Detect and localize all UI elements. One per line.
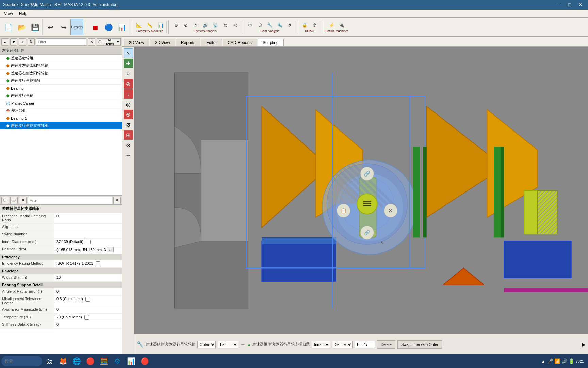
prop-value[interactable]: ISO/TR 14179-1:2001 bbox=[54, 260, 122, 267]
new-button[interactable]: 📄 bbox=[2, 19, 15, 35]
tree-item[interactable]: ◆ 差速器行星销 bbox=[0, 92, 122, 99]
maximize-button[interactable]: □ bbox=[565, 0, 574, 10]
cad-viewport[interactable]: 🔗 📋 ✕ 🔗 ↖ bbox=[134, 47, 588, 334]
taskbar-files-btn[interactable]: 🗂 bbox=[43, 355, 56, 368]
connections-btn[interactable]: ⊗ bbox=[124, 140, 133, 150]
rotate-tool-btn[interactable]: ⊕ bbox=[124, 79, 133, 89]
prop-value[interactable]: 0.5 (Calculated) bbox=[54, 296, 122, 306]
conn-part2-position-select[interactable]: Inner Outer bbox=[312, 341, 330, 348]
expand-arrow[interactable]: ▶ bbox=[582, 342, 585, 347]
circle-tool-btn[interactable]: ○ bbox=[124, 69, 133, 78]
em-btn2[interactable]: 🔌 bbox=[337, 21, 346, 29]
prop-value[interactable]: 0 bbox=[54, 321, 122, 328]
redo-button[interactable]: ↪ bbox=[57, 19, 70, 35]
tool3[interactable]: 📊 bbox=[115, 19, 128, 35]
tol-checkbox[interactable] bbox=[85, 297, 90, 302]
taskbar-explorer-btn[interactable]: 🦊 bbox=[56, 355, 69, 368]
prop-value[interactable] bbox=[54, 231, 122, 238]
tree-item-bearing[interactable]: ◆ Bearing bbox=[0, 85, 122, 92]
sys-btn1[interactable]: ⊕ bbox=[171, 21, 181, 29]
prop-value[interactable]: 70 (Calculated) bbox=[54, 314, 122, 321]
position-more-btn[interactable]: ... bbox=[107, 247, 114, 252]
taskbar-app3-btn[interactable]: 🔴 bbox=[138, 355, 151, 368]
cross-btn[interactable]: ⊕ bbox=[124, 110, 133, 119]
tree-filter-input[interactable] bbox=[36, 38, 86, 46]
tree-item-selected[interactable]: ◆ 差速器行星轮支撑轴承 bbox=[0, 122, 122, 129]
tab-editor[interactable]: Editor bbox=[201, 39, 222, 46]
minimize-button[interactable]: – bbox=[554, 0, 564, 10]
tool2[interactable]: 🔵 bbox=[102, 19, 115, 35]
panel-add-btn[interactable]: + bbox=[19, 38, 26, 46]
driva-btn2[interactable]: ⏱ bbox=[310, 21, 319, 29]
prop-value[interactable] bbox=[54, 224, 122, 231]
driva-btn1[interactable]: 🔒 bbox=[300, 21, 309, 29]
sys-btn6[interactable]: fx bbox=[220, 21, 230, 29]
tool-highlight[interactable]: ◼ bbox=[89, 19, 102, 35]
tab-reports[interactable]: Reports bbox=[176, 39, 200, 46]
temp-checkbox[interactable] bbox=[84, 315, 89, 320]
menu-help[interactable]: Help bbox=[16, 11, 30, 17]
arrow-tool-btn[interactable]: ↓ bbox=[124, 89, 133, 99]
transform-btn[interactable]: ↔ bbox=[124, 151, 133, 160]
taskbar-edge-btn[interactable]: 🌐 bbox=[70, 355, 83, 368]
sys-btn7[interactable]: ◎ bbox=[230, 21, 240, 29]
props-btn2[interactable]: ⊞ bbox=[10, 197, 18, 204]
taskbar-app1-btn[interactable]: 🔴 bbox=[84, 355, 97, 368]
conn-part1-side-select[interactable]: Left Right Centre bbox=[218, 341, 238, 348]
conn-part1-position-select[interactable]: Outer Inner bbox=[197, 341, 216, 348]
props-delete-btn[interactable]: ✕ bbox=[19, 197, 27, 204]
close-button[interactable]: ✕ bbox=[576, 0, 585, 10]
open-button[interactable]: 📂 bbox=[15, 19, 28, 35]
tree-item[interactable]: ⊗ 差速器孔 bbox=[0, 107, 122, 114]
tree-item[interactable]: ◆ 差速器行星轮轮辐 bbox=[0, 77, 122, 85]
tree-item[interactable]: ◆ 差速器右侧太阳轮轮辐 bbox=[0, 70, 122, 77]
prop-value[interactable]: (-165.013 mm, -54.189 mm, 3 ... bbox=[54, 246, 122, 254]
tree-item[interactable]: ◆ 差速器左侧太阳轮轮辐 bbox=[0, 62, 122, 70]
eff-checkbox[interactable] bbox=[96, 261, 100, 266]
gear-btn2[interactable]: ⬡ bbox=[255, 21, 265, 29]
menu-view[interactable]: View bbox=[1, 11, 16, 17]
props-filter-clear-btn[interactable]: ✕ bbox=[113, 197, 121, 204]
diameter-checkbox[interactable] bbox=[86, 240, 91, 244]
conn-part2-align-select[interactable]: Centre Left Right bbox=[332, 341, 353, 348]
prop-value[interactable]: 0 bbox=[54, 213, 122, 223]
taskbar-chevron-icon[interactable]: ▲ bbox=[541, 358, 546, 364]
gear-btn4[interactable]: 🔩 bbox=[275, 21, 284, 29]
gear-btn1[interactable]: ⚙ bbox=[245, 21, 255, 29]
select-tool-btn[interactable]: ↖ bbox=[124, 48, 133, 58]
panel-sort-btn[interactable]: ⇅ bbox=[28, 38, 35, 46]
sys-btn3[interactable]: ↻ bbox=[191, 21, 200, 29]
delete-connection-button[interactable]: Delete bbox=[377, 340, 395, 349]
props-btn1[interactable]: ⬡ bbox=[1, 197, 9, 204]
tab-3d-view[interactable]: 3D View bbox=[150, 39, 175, 46]
tab-2d-view[interactable]: 2D View bbox=[124, 39, 149, 46]
taskbar-calc-btn[interactable]: 🧮 bbox=[97, 355, 110, 368]
prop-value[interactable]: 0 bbox=[54, 306, 122, 313]
target-btn[interactable]: ◎ bbox=[124, 99, 133, 109]
undo-button[interactable]: ↩ bbox=[44, 19, 57, 35]
gear-btn3[interactable]: 🔧 bbox=[265, 21, 275, 29]
sys-btn5[interactable]: 📡 bbox=[211, 21, 220, 29]
filter-clear-btn[interactable]: ✕ bbox=[88, 38, 95, 46]
save-button[interactable]: 💾 bbox=[29, 19, 42, 35]
prop-value[interactable]: 0 bbox=[54, 288, 122, 295]
grid-btn[interactable]: ⊞ bbox=[124, 130, 133, 140]
all-items-button[interactable]: ⬡ All Items ▾ bbox=[97, 38, 121, 46]
sys-btn4[interactable]: 🔊 bbox=[201, 21, 210, 29]
add-component-btn[interactable]: ✚ bbox=[124, 59, 133, 68]
taskbar-app2-btn[interactable]: ⚙ bbox=[111, 355, 124, 368]
sys-btn2[interactable]: ⊗ bbox=[181, 21, 191, 29]
settings-btn[interactable]: ⚙ bbox=[124, 120, 133, 129]
tree-item-planet-carrier[interactable]: ◎ Planet Carrier bbox=[0, 99, 122, 107]
prop-value[interactable]: 10 bbox=[54, 274, 122, 281]
tree-panel[interactable]: 左变速器组件 ◆ 差速器齿轮组 ◆ 差速器左侧太阳轮轮辐 ◆ 差速器右侧太阳轮轮… bbox=[0, 47, 122, 196]
taskbar-ppt-btn[interactable]: 📊 bbox=[125, 355, 137, 368]
em-btn1[interactable]: ⚡ bbox=[327, 21, 337, 29]
design-button[interactable]: Design bbox=[70, 19, 83, 35]
conn-value-input[interactable] bbox=[355, 341, 375, 348]
geo-btn3[interactable]: 📊 bbox=[156, 21, 166, 29]
panel-up-btn[interactable]: ▲ bbox=[1, 38, 9, 46]
props-filter-input[interactable] bbox=[28, 197, 112, 204]
taskbar-search-input[interactable] bbox=[1, 356, 42, 366]
swap-inner-outer-button[interactable]: Swap Inner with Outer bbox=[397, 340, 442, 349]
